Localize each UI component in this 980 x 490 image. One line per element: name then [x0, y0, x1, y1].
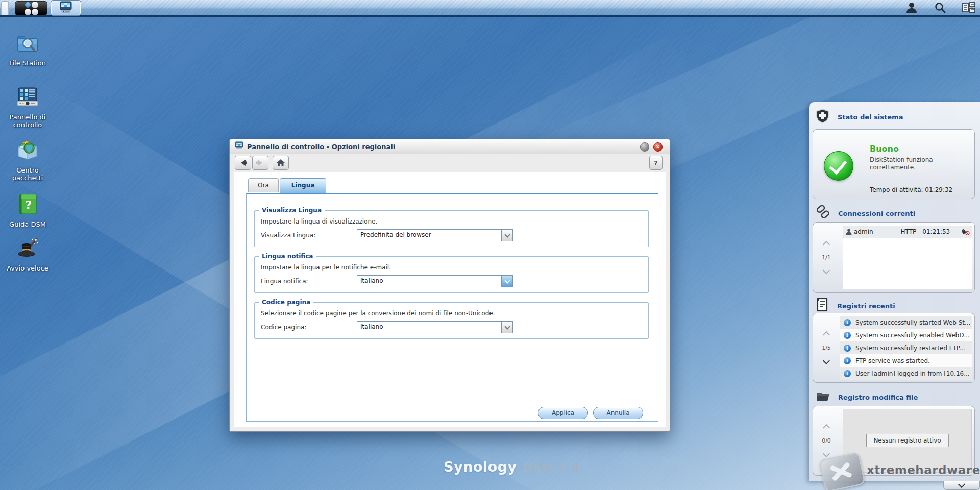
desktop-icon-file-station[interactable]: File Station — [2, 31, 53, 67]
notification-language-select[interactable]: Italiano — [357, 275, 513, 287]
dsm-version-text: DSM 4.0 — [523, 462, 580, 474]
chevron-down-icon[interactable] — [501, 230, 512, 241]
desktop-icon-label: Centro pacchetti — [2, 166, 53, 182]
window-title: Pannello di controllo - Opzioni regional… — [247, 143, 395, 151]
pager-label: 0/0 — [822, 437, 831, 444]
widget-title: Registro modifica file — [838, 394, 918, 401]
pager-up-icon[interactable] — [823, 424, 830, 431]
connection-row[interactable]: admin HTTP 01:21:53 — [843, 226, 972, 238]
disconnect-icon[interactable] — [961, 228, 970, 237]
log-row[interactable]: i System successfully restarted FTP... — [840, 341, 972, 354]
chevron-down-icon[interactable] — [501, 322, 512, 333]
pager-down-icon[interactable] — [823, 357, 830, 364]
forward-button[interactable] — [252, 156, 268, 170]
pager-up-icon[interactable] — [823, 331, 830, 338]
connections-header: Connessioni correnti — [816, 205, 915, 222]
taskbar-control-panel-button[interactable] — [51, 1, 81, 15]
window-toolbar: ? — [230, 154, 670, 172]
pager-label: 1/5 — [822, 345, 831, 351]
select-value: Italiano — [360, 277, 383, 284]
display-language-group: Visualizza Lingua Impostare la lingua di… — [254, 210, 649, 247]
control-panel-icon — [59, 1, 72, 15]
log-row[interactable]: i System successfully started Web St... — [840, 316, 972, 329]
connection-user: admin — [854, 228, 873, 235]
select-value: Predefinita del browser — [360, 231, 431, 238]
desktop-icon-package-center[interactable]: Centro pacchetti — [2, 138, 53, 182]
tab-ora[interactable]: Ora — [248, 178, 279, 192]
log-row[interactable]: i FTP service was started. — [840, 354, 972, 367]
display-language-select[interactable]: Predefinita del browser — [357, 229, 513, 241]
log-text: System successfully restarted FTP... — [855, 345, 965, 352]
pager-down-icon[interactable] — [823, 450, 830, 457]
desktop-icon-label: Pannello di controllo — [2, 113, 53, 129]
field-label: Lingua notifica: — [261, 278, 308, 285]
desktop-icon-label: File Station — [2, 59, 53, 67]
recent-logs-header: Registri recenti — [816, 298, 895, 314]
logs-list: i System successfully started Web St... … — [840, 316, 972, 380]
group-legend: Lingua notifica — [259, 253, 316, 260]
log-text: System successfully enabled WebD... — [855, 332, 970, 339]
taskbar — [0, 0, 980, 17]
connections-pager: 1/1 — [813, 223, 840, 292]
search-icon[interactable] — [933, 1, 947, 14]
main-menu-button[interactable] — [15, 1, 47, 15]
widget-title: Connessioni correnti — [838, 210, 915, 217]
connection-time: 01:21:53 — [922, 228, 950, 235]
synology-logo-text: Synology — [444, 459, 517, 475]
user-silhouette-icon — [846, 229, 852, 236]
log-text: FTP service was started. — [855, 357, 930, 364]
info-icon: i — [844, 345, 851, 352]
close-button[interactable]: ✕ — [653, 142, 663, 152]
desktop-icon-control-panel[interactable]: Pannello di controllo — [2, 85, 53, 129]
pager-down-icon[interactable] — [823, 267, 830, 274]
field-label: Codice pagina: — [261, 324, 306, 331]
log-text: User [admin] logged in from [10.16... — [855, 370, 970, 377]
codepage-select[interactable]: Italiano — [357, 321, 513, 333]
log-row[interactable]: i System successfully enabled WebD... — [840, 329, 972, 341]
link-icon — [816, 205, 830, 222]
desktop-icon-quick-start[interactable]: Avvio veloce — [2, 236, 53, 272]
status-ok-icon — [824, 151, 853, 181]
logs-pager: 1/5 — [813, 313, 840, 382]
tab-content-panel: Visualizza Lingua Impostare la lingua di… — [246, 193, 658, 422]
desktop-icon-label: Guida DSM — [2, 220, 53, 228]
control-panel-window: Pannello di controllo - Opzioni regional… — [229, 139, 670, 432]
desktop: File Station Pannello di controllo — [0, 0, 980, 490]
taskbar-tray — [904, 0, 976, 15]
group-description: Impostare la lingua di visualizzazione. — [261, 218, 377, 225]
cancel-button[interactable]: Annulla — [593, 407, 643, 419]
minimize-button[interactable] — [640, 142, 649, 152]
file-log-header: Registro modifica file — [816, 389, 918, 405]
window-titlebar[interactable]: Pannello di controllo - Opzioni regional… — [230, 139, 670, 154]
connection-protocol: HTTP — [901, 228, 917, 235]
back-button[interactable] — [235, 156, 251, 170]
home-button[interactable] — [273, 156, 289, 170]
chevron-down-icon[interactable] — [501, 276, 512, 287]
group-legend: Codice pagina — [259, 299, 313, 306]
desktop-icon-dsm-help[interactable]: ? Guida DSM — [2, 192, 53, 228]
file-station-icon — [15, 31, 40, 55]
show-desktop-button[interactable] — [1, 1, 9, 15]
widget-panel-collapse-button[interactable] — [943, 481, 980, 490]
dsm-watermark: Synology DSM 4.0 — [444, 459, 580, 475]
widgets-panel-icon[interactable] — [962, 1, 976, 14]
group-description: Selezionare il codice pagine per la conv… — [261, 310, 495, 317]
package-center-icon — [15, 138, 40, 162]
shield-icon — [816, 109, 829, 125]
system-status-box: Buono DiskStation funziona correttamente… — [813, 129, 975, 199]
tab-lingua[interactable]: Lingua — [280, 178, 327, 193]
window-body: Ora Lingua Visualizza Lingua Impostare l… — [234, 172, 666, 427]
pager-up-icon[interactable] — [823, 241, 830, 248]
control-panel-device-icon — [15, 85, 40, 109]
log-row[interactable]: i User [admin] logged in from [10.16... — [840, 367, 972, 380]
info-icon: i — [844, 357, 851, 364]
help-button[interactable]: ? — [649, 156, 663, 170]
group-legend: Visualizza Lingua — [259, 207, 325, 214]
field-label: Visualizza Lingua: — [261, 232, 315, 239]
notification-language-group: Lingua notifica Impostare la lingua per … — [254, 256, 649, 293]
user-icon[interactable] — [904, 1, 919, 14]
apply-button[interactable]: Applica — [538, 407, 588, 419]
log-document-icon — [816, 298, 829, 314]
group-description: Impostare la lingua per le notifiche e-m… — [261, 264, 391, 271]
widget-panel: Stato del sistema Buono DiskStation funz… — [809, 102, 980, 481]
